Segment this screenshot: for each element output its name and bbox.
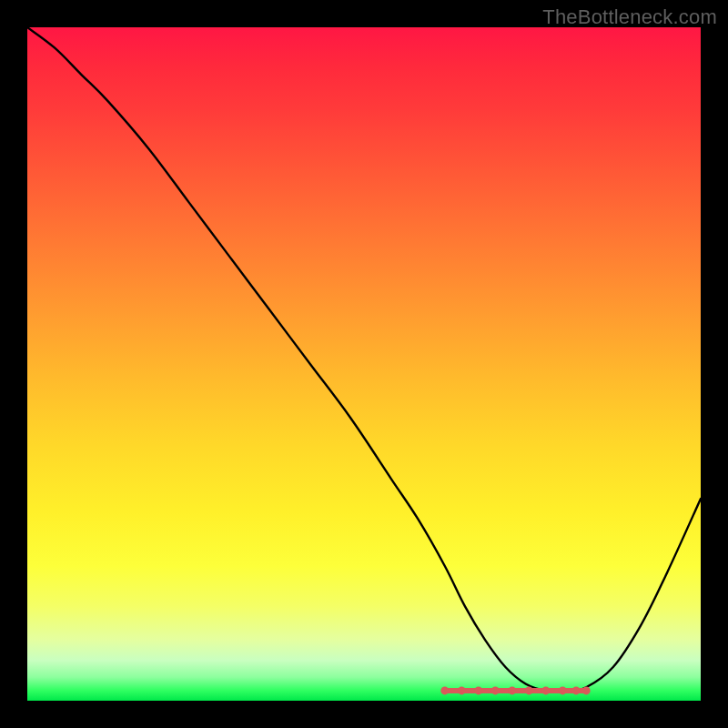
sweet-spot-dot — [491, 686, 500, 694]
bottleneck-curve — [27, 27, 701, 692]
sweet-spot-dot — [525, 686, 533, 694]
sweet-spot-dot — [458, 686, 466, 694]
chart-svg — [27, 27, 701, 701]
watermark-text: TheBottleneck.com — [542, 5, 717, 29]
sweet-spot-dot — [572, 686, 581, 694]
sweet-spot-dot — [541, 686, 550, 694]
sweet-spot-dot — [582, 686, 591, 694]
sweet-spot-dot — [440, 686, 449, 694]
sweet-spot-dot — [559, 686, 567, 694]
sweet-spot-dot — [474, 686, 482, 694]
sweet-spot-dot — [508, 686, 516, 694]
chart-frame — [27, 27, 701, 701]
